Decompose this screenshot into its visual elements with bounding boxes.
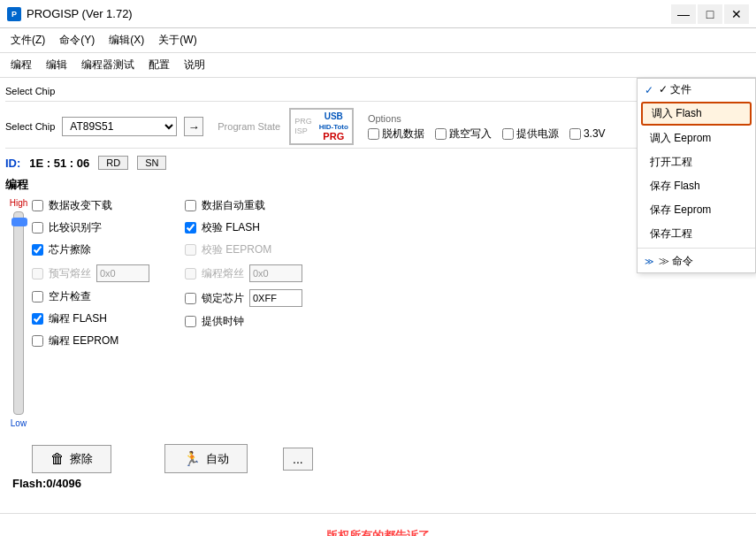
log-area: 版权所有的都告诉了 bbox=[0, 513, 756, 536]
cb-program-fuse[interactable]: 编程熔丝 bbox=[185, 264, 302, 282]
right-checkbox-column: 数据自动重载 校验 FLASH 校验 EEPROM 编程熔丝 bbox=[185, 198, 302, 432]
dropdown-import-eeprom[interactable]: 调入 Eeprom bbox=[638, 126, 755, 150]
menu-edit[interactable]: 编辑(X) bbox=[102, 30, 151, 50]
cb-blank-check-input[interactable] bbox=[32, 291, 43, 302]
command-arrow-icon: ≫ bbox=[645, 257, 653, 266]
menu-bar: 文件(Z) 命令(Y) 编辑(X) 关于(W) bbox=[0, 28, 756, 53]
cb-provide-clock[interactable]: 提供时钟 bbox=[185, 314, 302, 329]
cb-lock-chip[interactable]: 锁定芯片 bbox=[185, 289, 302, 307]
option-offline-data-cb[interactable] bbox=[368, 128, 379, 140]
select-chip-section: Select Chip bbox=[5, 85, 60, 97]
window-controls: — □ ✕ bbox=[671, 4, 749, 24]
dropdown-command-header: ≫ ≫ 命令 bbox=[638, 250, 755, 272]
toolbar-config[interactable]: 配置 bbox=[141, 55, 177, 75]
cb-data-change[interactable]: 数据改变下载 bbox=[32, 198, 149, 213]
toolbar-programmer-test[interactable]: 编程器测试 bbox=[74, 55, 141, 75]
prg-red-text: PRG bbox=[319, 131, 348, 142]
option-3v3[interactable]: 3.3V bbox=[569, 126, 606, 142]
log-text: 版权所有的都告诉了 bbox=[326, 528, 430, 537]
dropdown-open-project[interactable]: 打开工程 bbox=[638, 150, 755, 174]
options-section: Options 脱机数据 跳空写入 提供电源 bbox=[368, 112, 606, 142]
slider-high-label: High bbox=[10, 198, 28, 208]
cb-provide-clock-input[interactable] bbox=[185, 316, 196, 327]
cb-lock-chip-input[interactable] bbox=[185, 293, 196, 304]
cb-data-change-input[interactable] bbox=[32, 200, 43, 211]
cb-verify-eeprom[interactable]: 校验 EEPROM bbox=[185, 242, 302, 257]
close-button[interactable]: ✕ bbox=[724, 4, 749, 24]
dropdown-save-eeprom[interactable]: 保存 Eeprom bbox=[638, 198, 755, 222]
program-state-label: Program State bbox=[218, 121, 280, 132]
cb-chip-erase[interactable]: 芯片擦除 bbox=[32, 242, 149, 257]
prg-box: PRGISP USBHID-Toto PRG bbox=[289, 108, 354, 145]
title-bar: P PROGISP (Ver 1.72) — □ ✕ bbox=[0, 0, 756, 28]
pre-fuse-value[interactable] bbox=[96, 264, 149, 282]
app-icon: P bbox=[7, 7, 21, 21]
dropdown-menu: ✓ ✓ 文件 调入 Flash 调入 Eeprom 打开工程 保存 Flash … bbox=[637, 78, 756, 273]
program-fuse-value[interactable] bbox=[249, 264, 302, 282]
cb-verify-flash-input[interactable] bbox=[185, 222, 196, 234]
cb-program-fuse-input bbox=[185, 268, 196, 279]
left-checkbox-column: 数据改变下载 比较识别字 芯片擦除 预写熔丝 bbox=[32, 198, 149, 432]
file-check-icon: ✓ bbox=[645, 84, 653, 96]
window-title: PROGISP (Ver 1.72) bbox=[27, 7, 133, 20]
auto-button[interactable]: 🏃 自动 bbox=[164, 444, 248, 473]
cb-compare-id[interactable]: 比较识别字 bbox=[32, 220, 149, 235]
erase-button[interactable]: 🗑 擦除 bbox=[32, 445, 111, 473]
id-label: ID: bbox=[5, 157, 20, 170]
rd-button[interactable]: RD bbox=[98, 156, 128, 170]
cb-program-flash-input[interactable] bbox=[32, 313, 43, 325]
dropdown-divider bbox=[638, 248, 755, 249]
cb-auto-reload-input[interactable] bbox=[185, 200, 196, 211]
cb-program-eeprom-input[interactable] bbox=[32, 335, 43, 347]
toolbar: 编程 编辑 编程器测试 配置 说明 bbox=[0, 53, 756, 78]
sn-button[interactable]: SN bbox=[137, 156, 166, 170]
cb-compare-id-input[interactable] bbox=[32, 222, 43, 234]
dropdown-save-project[interactable]: 保存工程 bbox=[638, 222, 755, 246]
chip-select[interactable]: AT89S51 bbox=[62, 117, 177, 136]
chip-arrow-button[interactable]: → bbox=[184, 117, 203, 136]
bottom-buttons: 🗑 擦除 🏃 自动 ... bbox=[5, 444, 751, 473]
cb-verify-eeprom-input bbox=[185, 244, 196, 256]
cb-verify-flash[interactable]: 校验 FLASH bbox=[185, 220, 302, 235]
cb-program-flash[interactable]: 编程 FLASH bbox=[32, 311, 149, 326]
cb-pre-fuse-input bbox=[32, 268, 43, 279]
dropdown-import-flash[interactable]: 调入 Flash bbox=[641, 102, 752, 126]
slider-low-label: Low bbox=[11, 418, 27, 428]
toolbar-edit[interactable]: 编辑 bbox=[39, 55, 74, 75]
toolbar-program[interactable]: 编程 bbox=[4, 55, 39, 75]
option-power[interactable]: 提供电源 bbox=[502, 126, 559, 142]
cb-chip-erase-input[interactable] bbox=[32, 244, 43, 256]
program-state: Program State PRGISP USBHID-Toto PRG bbox=[218, 108, 354, 145]
menu-file[interactable]: 文件(Z) bbox=[4, 30, 52, 50]
option-offline-data[interactable]: 脱机数据 bbox=[368, 126, 424, 142]
slider-thumb[interactable] bbox=[11, 218, 27, 226]
select-chip-label: Select Chip bbox=[5, 86, 55, 96]
maximize-button[interactable]: □ bbox=[698, 4, 722, 24]
usb-text: USBHID-Toto bbox=[319, 111, 348, 131]
dots-button[interactable]: ... bbox=[283, 448, 313, 471]
options-label: Options bbox=[368, 113, 401, 124]
dropdown-save-flash[interactable]: 保存 Flash bbox=[638, 174, 755, 198]
cb-pre-fuse[interactable]: 预写熔丝 bbox=[32, 264, 149, 282]
cb-program-eeprom[interactable]: 编程 EEPROM bbox=[32, 333, 149, 348]
select-chip-label2: Select Chip bbox=[5, 121, 55, 132]
lock-chip-value[interactable] bbox=[249, 289, 302, 307]
prg-text: PRGISP bbox=[294, 117, 312, 136]
flash-info: Flash:0/4096 bbox=[12, 477, 751, 490]
option-power-cb[interactable] bbox=[502, 128, 514, 140]
minimize-button[interactable]: — bbox=[671, 4, 696, 24]
menu-about[interactable]: 关于(W) bbox=[151, 30, 203, 50]
id-value: 1E : 51 : 06 bbox=[29, 157, 89, 170]
cb-blank-check[interactable]: 空片检查 bbox=[32, 289, 149, 304]
slider-area: High Low bbox=[5, 195, 32, 432]
option-jump-write[interactable]: 跳空写入 bbox=[435, 126, 492, 142]
dropdown-file-header: ✓ ✓ 文件 bbox=[638, 79, 755, 101]
menu-command[interactable]: 命令(Y) bbox=[52, 30, 102, 50]
option-jump-write-cb[interactable] bbox=[435, 128, 447, 140]
cb-auto-reload[interactable]: 数据自动重载 bbox=[185, 198, 302, 213]
option-3v3-cb[interactable] bbox=[569, 128, 581, 140]
toolbar-help[interactable]: 说明 bbox=[177, 55, 212, 75]
